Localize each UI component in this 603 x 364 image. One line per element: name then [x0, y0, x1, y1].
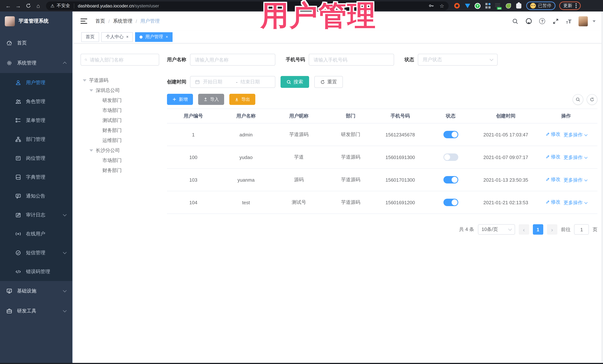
edit-link[interactable]: 修改: [545, 199, 560, 205]
sidebar-item-dev-tools[interactable]: 研发工具: [0, 301, 72, 321]
username-input[interactable]: [195, 57, 270, 62]
ext-leaf-icon[interactable]: [505, 3, 511, 9]
github-icon[interactable]: [526, 18, 532, 24]
profile-paused-badge[interactable]: 已暂停: [526, 1, 556, 10]
browser-menu-icon[interactable]: [576, 3, 577, 8]
user-menu-caret-icon[interactable]: [593, 20, 596, 22]
tree-node[interactable]: 财务部门: [81, 165, 159, 175]
ext-orange-ring-icon[interactable]: [454, 3, 460, 9]
tab-home[interactable]: 首页: [81, 32, 99, 42]
status-toggle[interactable]: [443, 176, 458, 184]
tree-caret-icon[interactable]: [83, 79, 86, 81]
page-1-button[interactable]: 1: [533, 224, 543, 235]
address-bar[interactable]: ⚠ 不安全 dashboard.yudao.iocoder.cn /system…: [46, 1, 449, 10]
export-button[interactable]: 导出: [229, 94, 255, 105]
page-scrollbar[interactable]: [602, 11, 603, 363]
sidebar-item-post-mgmt[interactable]: 岗位管理: [0, 149, 72, 167]
sidebar-item-menu-mgmt[interactable]: 菜单管理: [0, 111, 72, 130]
tree-node[interactable]: 研发部门: [81, 95, 159, 105]
mobile-field[interactable]: [309, 54, 394, 66]
sidebar-item-dict-mgmt[interactable]: 字典管理: [0, 167, 72, 187]
font-size-icon[interactable]: TT: [566, 18, 571, 24]
bookmark-star-icon[interactable]: ☆: [440, 3, 444, 9]
tree-node[interactable]: 芋道源码: [81, 75, 159, 85]
prev-page-button[interactable]: ‹: [519, 224, 529, 235]
sidebar-item-role-mgmt[interactable]: 角色管理: [0, 92, 72, 111]
tree-node[interactable]: 市场部门: [81, 105, 159, 115]
refresh-table-button[interactable]: [587, 94, 597, 105]
dept-search-box[interactable]: [81, 54, 159, 66]
user-avatar[interactable]: [579, 16, 588, 26]
ext-green-circle-icon[interactable]: Y: [475, 3, 481, 9]
ext-blue-gem-icon[interactable]: [464, 3, 471, 9]
search-button[interactable]: 搜索: [280, 76, 309, 88]
sidebar-item-online-users[interactable]: 在线用户: [0, 224, 72, 243]
tree-caret-icon[interactable]: [89, 89, 93, 91]
more-actions-link[interactable]: 更多操作: [564, 132, 587, 138]
add-button[interactable]: 新增: [167, 94, 193, 105]
cell-created: 2021-01-13 23:50:35: [477, 168, 535, 191]
sidebar-item-user-mgmt[interactable]: 用户管理: [0, 73, 72, 92]
tree-node[interactable]: 测试部门: [81, 115, 159, 125]
table-row: 103yuanma源码芋道源码156017013002021-01-13 23:…: [167, 168, 597, 191]
extensions-puzzle-icon[interactable]: [515, 3, 522, 9]
tree-node[interactable]: 长沙分公司: [81, 145, 159, 155]
more-actions-link[interactable]: 更多操作: [564, 177, 587, 184]
ext-switch-on-icon[interactable]: on: [495, 3, 501, 8]
status-toggle[interactable]: [443, 131, 458, 138]
tab-user-mgmt[interactable]: 用户管理×: [135, 32, 173, 42]
dept-search-input[interactable]: [90, 57, 155, 62]
edit-link[interactable]: 修改: [545, 154, 560, 160]
edit-link[interactable]: 修改: [545, 176, 560, 183]
header-search-icon[interactable]: [512, 18, 519, 24]
status-toggle[interactable]: [443, 154, 458, 161]
reset-button[interactable]: 重置: [314, 76, 343, 88]
status-select[interactable]: 用户状态: [418, 54, 498, 66]
sidebar-item-notice[interactable]: 通知公告: [0, 187, 72, 205]
close-icon[interactable]: ×: [166, 35, 168, 39]
sidebar-item-sms-mgmt[interactable]: 短信管理: [0, 243, 72, 262]
sidebar-collapse-icon[interactable]: [81, 19, 87, 24]
import-button[interactable]: 导入: [198, 94, 224, 105]
sidebar-item-infrastructure[interactable]: 基础设施: [0, 281, 72, 301]
breadcrumb-item[interactable]: 系统管理: [113, 18, 132, 24]
sidebar-item-error-code[interactable]: 错误码管理: [0, 262, 72, 281]
dict-icon: [15, 174, 21, 180]
edit-link[interactable]: 修改: [545, 131, 560, 138]
browser-reload-icon[interactable]: [24, 1, 33, 10]
fullscreen-icon[interactable]: [552, 18, 559, 24]
browser-forward-icon[interactable]: →: [14, 1, 23, 10]
breadcrumb-item[interactable]: 首页: [95, 18, 105, 24]
goto-page-input[interactable]: [574, 224, 589, 235]
next-page-button[interactable]: ›: [547, 224, 557, 235]
browser-back-icon[interactable]: ←: [4, 1, 13, 10]
username-field[interactable]: [190, 54, 275, 66]
key-icon[interactable]: [429, 3, 434, 9]
tab-profile[interactable]: 个人中心×: [101, 32, 133, 42]
sidebar-item-home[interactable]: 首页: [0, 33, 72, 53]
security-chip[interactable]: ⚠ 不安全: [50, 3, 70, 9]
status-toggle[interactable]: [443, 199, 458, 206]
sidebar-item-system-mgmt[interactable]: 系统管理: [0, 53, 72, 73]
ext-grid-icon[interactable]: [485, 3, 491, 9]
more-actions-link[interactable]: 更多操作: [564, 199, 587, 206]
browser-update-button[interactable]: 更新: [559, 1, 581, 10]
help-icon[interactable]: ?: [539, 18, 545, 24]
browser-home-icon[interactable]: ⌂: [34, 1, 43, 10]
mobile-input[interactable]: [313, 57, 389, 62]
page-size-select[interactable]: 10条/页: [478, 224, 515, 235]
cell-dept: 研发部门: [325, 123, 376, 146]
sidebar-item-audit-log[interactable]: 审计日志: [0, 205, 72, 224]
chevron-down-icon: [63, 309, 67, 312]
more-actions-label: 更多操作: [564, 132, 583, 138]
toggle-search-button[interactable]: [573, 94, 583, 105]
tree-node[interactable]: 财务部门: [81, 125, 159, 135]
tree-node[interactable]: 深圳总公司: [81, 85, 159, 95]
tree-node[interactable]: 运维部门: [81, 135, 159, 145]
sidebar-item-dept-mgmt[interactable]: 部门管理: [0, 130, 72, 149]
tree-node[interactable]: 市场部门: [81, 155, 159, 165]
tree-caret-icon[interactable]: [89, 149, 93, 151]
date-range-picker[interactable]: 开始日期 - 结束日期: [190, 76, 275, 88]
more-actions-link[interactable]: 更多操作: [564, 154, 587, 161]
close-icon[interactable]: ×: [126, 35, 128, 39]
